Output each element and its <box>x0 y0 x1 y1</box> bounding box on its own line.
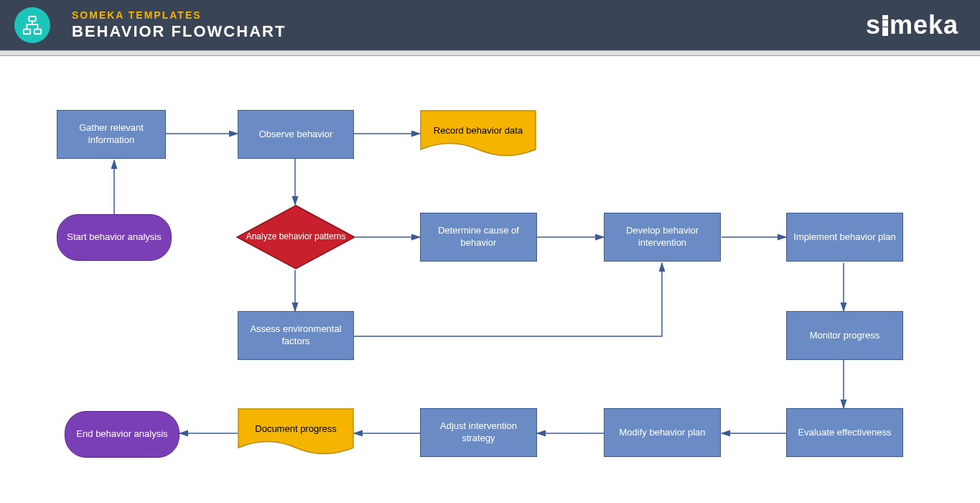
node-develop: Develop behavior intervention <box>604 213 721 262</box>
header-title: BEHAVIOR FLOWCHART <box>72 22 286 41</box>
node-monitor: Monitor progress <box>786 311 903 360</box>
header: SOMEKA TEMPLATES BEHAVIOR FLOWCHART s me… <box>0 0 980 50</box>
brand-logo: s meka <box>866 10 958 40</box>
node-start: Start behavior analysis <box>57 214 172 261</box>
node-end: End behavior analysis <box>65 411 179 458</box>
node-evaluate: Evaluate effectiveness <box>786 408 903 457</box>
header-separator <box>0 50 980 56</box>
svg-rect-2 <box>34 29 41 34</box>
node-analyze: Analyze behavior patterns <box>236 205 355 269</box>
node-record: Record behavior data <box>420 110 536 159</box>
node-modify: Modify behavior plan <box>604 408 721 457</box>
brand-bars-icon <box>882 14 888 36</box>
svg-rect-1 <box>24 29 30 34</box>
node-record-label: Record behavior data <box>420 110 536 152</box>
flowchart-canvas: Start behavior analysis Gather relevant … <box>0 56 980 503</box>
node-implement: Implement behavior plan <box>786 213 903 262</box>
header-subtitle: SOMEKA TEMPLATES <box>72 9 286 21</box>
node-assess: Assess environmental factors <box>238 311 354 360</box>
node-adjust: Adjust intervention strategy <box>420 408 537 457</box>
svg-rect-0 <box>29 17 35 22</box>
node-analyze-label: Analyze behavior patterns <box>236 205 355 269</box>
node-determine: Determine cause of behavior <box>420 213 537 262</box>
logo-icon <box>14 7 50 43</box>
node-gather: Gather relevant information <box>57 110 166 159</box>
node-observe: Observe behavior <box>238 110 354 159</box>
node-document-label: Document progress <box>238 408 354 450</box>
node-document: Document progress <box>238 408 354 457</box>
